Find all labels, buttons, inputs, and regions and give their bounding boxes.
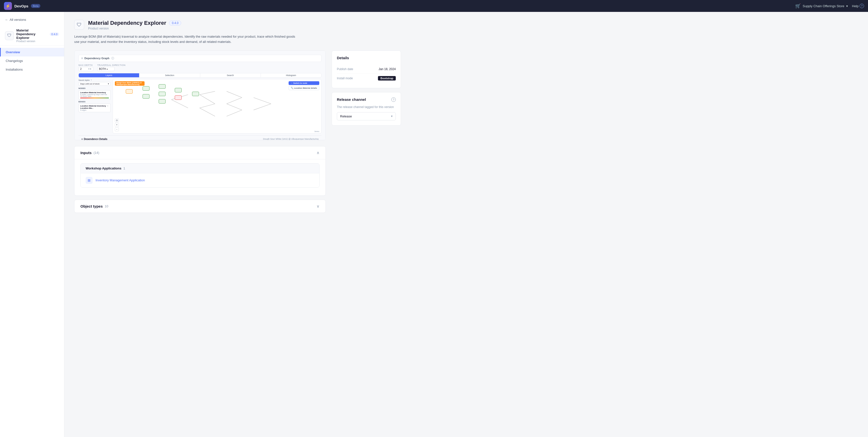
sidebar-item-changelogs[interactable]: Changelogs: [0, 57, 64, 65]
sidebar-navigation: Overview Changelogs Installations: [0, 48, 64, 74]
svg-line-9: [227, 110, 242, 116]
back-label: All versions: [10, 18, 26, 22]
svg-line-8: [227, 104, 242, 110]
graph-series-label: Series: [314, 130, 319, 132]
max-depth-input[interactable]: 2 ⬆⬇: [79, 67, 93, 71]
svg-line-3: [200, 95, 215, 104]
graph-node-4[interactable]: [159, 84, 165, 89]
object-types-section: Object types 10 ∨: [74, 200, 326, 213]
page-header-info: Material Dependency Explorer 0.4.0 Produ…: [88, 20, 401, 30]
sidebar-item-installations[interactable]: Installations: [0, 65, 64, 74]
install-mode-badge: Bootstrap: [378, 76, 396, 81]
object-types-title: Object types: [81, 204, 103, 208]
details-title: Details: [337, 56, 396, 60]
graph-node-1[interactable]: [126, 89, 133, 94]
graph-layout: Saved styles ? Days until out of stock ▾: [79, 79, 321, 134]
traversal-chevron: ▾: [107, 68, 108, 70]
location-material-details-button[interactable]: 🔍 Location Material details: [288, 86, 319, 90]
saved-styles-help-icon: ?: [91, 79, 92, 81]
product-name: Material Dependency Explorer: [16, 28, 48, 40]
graph-controls: MAX DEPTH 2 ⬆⬇ TRAVERSAL DIRECTION: [79, 64, 321, 71]
help-button[interactable]: Help ?: [852, 4, 864, 8]
sidebar-item-changelogs-label: Changelogs: [6, 59, 23, 63]
workshop-apps-title: Workshop Applications: [86, 167, 121, 170]
layout: ← All versions 🛡 Material Dependency Exp…: [0, 12, 868, 437]
inputs-count: (14): [94, 151, 99, 154]
sidebar-item-overview[interactable]: Overview: [0, 48, 64, 57]
graph-header-icon: ≡: [81, 57, 83, 60]
page-subtitle: Product version: [88, 27, 401, 30]
sidebar-item-installations-label: Installations: [6, 68, 23, 71]
release-channel-chevron: ▾: [391, 114, 393, 118]
beta-badge: Beta: [31, 4, 40, 8]
tab-selection[interactable]: Selection: [140, 73, 200, 77]
tab-search[interactable]: Search: [200, 73, 261, 77]
sidebar-product-info: 🛡 Material Dependency Explorer 0.4.0 Pro…: [0, 26, 64, 46]
inventory-app-name[interactable]: Inventory Management Application: [96, 178, 145, 182]
traversal-value: BOTH: [99, 68, 106, 70]
saved-styles-label: Saved styles: [79, 79, 90, 81]
node-entry-1: Location Material Inventory 8 nodes, col…: [79, 90, 111, 99]
graph-node-5[interactable]: [159, 92, 165, 96]
inventory-management-app-item: ⊞ Inventory Management Application: [81, 173, 319, 187]
dependency-graph-header: ≡ Dependency Graph ⓘ: [79, 55, 321, 62]
publish-date-row: Publish date Jan 18, 2024: [337, 65, 396, 74]
back-arrow-icon: ←: [5, 18, 8, 22]
svg-line-2: [200, 91, 215, 94]
graph-help-icon: ⓘ: [112, 57, 114, 60]
release-channel-description: The release channel tagged for this vers…: [337, 105, 396, 109]
back-to-all-versions[interactable]: ← All versions: [0, 16, 64, 26]
saved-styles-section: Saved styles ? Days until out of stock ▾: [79, 79, 111, 86]
release-channel-select[interactable]: Release ▾: [337, 112, 396, 120]
store-button[interactable]: 🛒 Supply Chain Offerings Store ▾: [795, 3, 848, 9]
details-panel: Details Publish date Jan 18, 2024 Instal…: [332, 51, 401, 88]
workshop-applications-header: Workshop Applications 1: [81, 164, 319, 173]
nodes-label: NODES: [79, 87, 111, 89]
dep-details-header: ≡ Dependency Details Dough Sour White (1…: [82, 138, 318, 140]
edges-section: EDGES Location Material Inventory → Loca…: [79, 100, 111, 112]
graph-node-3[interactable]: [143, 94, 150, 98]
mini-preview: ≡ Dependency Graph ⓘ MAX DEPTH 2: [74, 51, 326, 140]
release-channel-value: Release: [340, 114, 352, 118]
saved-styles-select[interactable]: Days until out of stock ▾: [79, 82, 111, 86]
graph-actions: ↔ Switch to node 🔍 Location Material det…: [288, 81, 319, 90]
graph-node-9[interactable]: [192, 92, 199, 96]
graph-node-2[interactable]: [143, 86, 150, 91]
zoom-reset-button[interactable]: ⊙: [115, 118, 119, 122]
graph-title: Dependency Graph: [84, 57, 110, 60]
stepper-icon: ⬆⬇: [88, 68, 92, 70]
page-header-title-row: Material Dependency Explorer 0.4.0: [88, 20, 401, 26]
sidebar-version-badge: 0.4.0: [50, 32, 59, 36]
zoom-out-button[interactable]: -: [115, 127, 119, 131]
app-logo: ⚡: [4, 2, 12, 10]
store-icon: 🛒: [795, 3, 801, 9]
workshop-applications-group: Workshop Applications 1 ⊞ Inventory Mana…: [81, 163, 319, 187]
max-depth-label: MAX DEPTH: [79, 64, 93, 66]
switch-to-node-button[interactable]: ↔ Switch to node: [288, 81, 319, 85]
inputs-body: Workshop Applications 1 ⊞ Inventory Mana…: [74, 159, 326, 196]
graph-tabs: Layers Selection Search Histogram: [79, 73, 321, 78]
dependency-details: ≡ Dependency Details Dough Sour White (1…: [79, 136, 321, 140]
inputs-section: Inputs (14) ∧ Workshop Applications 1: [74, 146, 326, 196]
product-version-label: Product version: [16, 40, 59, 42]
graph-node-8[interactable]: [175, 95, 182, 100]
tab-histogram[interactable]: Histogram: [261, 73, 321, 77]
dep-details-title-text: Dependency Details: [84, 138, 107, 140]
content-area: ≡ Dependency Graph ⓘ MAX DEPTH 2: [74, 51, 401, 213]
traversal-select[interactable]: BOTH ▾: [97, 67, 115, 71]
inputs-header-left: Inputs (14): [81, 151, 99, 155]
inputs-header[interactable]: Inputs (14) ∧: [74, 146, 326, 159]
tab-layers[interactable]: Layers: [79, 73, 140, 77]
release-channel-title-row: Release channel ?: [337, 97, 396, 102]
release-channel-panel: Release channel ? The release channel ta…: [332, 92, 401, 125]
node-entry-sub: 8 nodes, colored by Days Until Out Of St…: [80, 94, 109, 97]
release-help-icon[interactable]: ?: [391, 97, 396, 102]
zoom-in-button[interactable]: +: [115, 123, 119, 127]
graph-canvas: Dough Sour White (1000KG) @ Albuquerque …: [113, 79, 321, 134]
graph-node-6[interactable]: [159, 99, 165, 104]
graph-node-7[interactable]: [175, 88, 182, 92]
svg-line-7: [227, 97, 242, 104]
svg-line-10: [254, 97, 271, 104]
object-types-header[interactable]: Object types 10 ∨: [74, 200, 326, 212]
edge-entry-title: Location Material Inventory → Location M…: [80, 105, 109, 109]
